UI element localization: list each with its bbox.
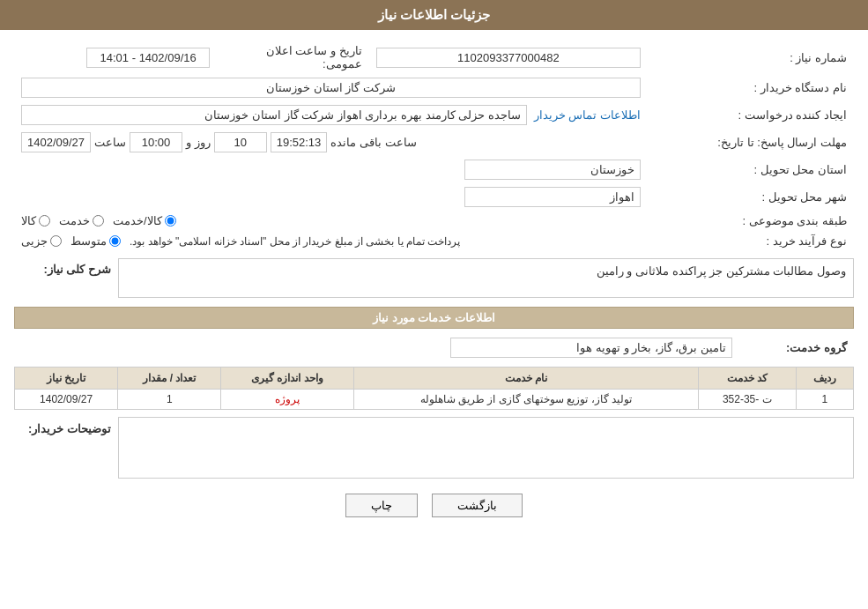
shomare-niaz-value: 1102093377000482	[376, 48, 641, 68]
now-farayand-label: نوع فرآیند خرید :	[648, 231, 854, 251]
khadamat-header: اطلاعات خدمات مورد نیاز	[14, 307, 854, 329]
table-row: 1ت -35-352تولید گاز، توزیع سوختهای گازی …	[15, 390, 854, 410]
radio-kala-khedmat[interactable]: کالا/خدمت	[113, 214, 176, 227]
page-header: جزئیات اطلاعات نیاز	[0, 0, 868, 30]
print-button[interactable]: چاپ	[345, 494, 418, 517]
radio-motevaset[interactable]: متوسط	[70, 234, 121, 248]
cell-tarikh: 1402/09/27	[15, 390, 118, 410]
col-tarikh: تاریخ نیاز	[15, 368, 118, 390]
tozihat-label: توضیحات خریدار:	[14, 417, 111, 435]
radio-kala[interactable]: کالا	[21, 214, 50, 227]
mohlat-mande: 19:52:13	[271, 132, 328, 152]
grooh-khedmat-value: تامین برق، گاز، بخار و تهویه هوا	[450, 338, 732, 358]
services-table: ردیف کد خدمت نام خدمت واحد اندازه گیری ت…	[14, 367, 854, 410]
col-tedad: تعداد / مقدار	[118, 368, 221, 390]
cell-kod: ت -35-352	[698, 390, 796, 410]
shomare-niaz-label: شماره نیاز :	[648, 41, 854, 74]
col-radif: ردیف	[796, 368, 853, 390]
ostan-label: استان محل تحویل :	[648, 156, 854, 183]
info-table: شماره نیاز : 1102093377000482 تاریخ و سا…	[14, 41, 854, 251]
cell-radif: 1	[796, 390, 853, 410]
shahr-value: اهواز	[464, 187, 641, 207]
col-nam: نام خدمت	[353, 368, 698, 390]
tabaghe-label: طبقه بندی موضوعی :	[648, 211, 854, 231]
tarikh-label: تاریخ و ساعت اعلان عمومی:	[266, 44, 362, 71]
page-title: جزئیات اطلاعات نیاز	[378, 7, 490, 22]
cell-nam: تولید گاز، توزیع سوختهای گازی از طریق شا…	[353, 390, 698, 410]
back-button[interactable]: بازگشت	[432, 494, 523, 517]
ijad-konande-value: ساجده حزلی کارمند بهره برداری اهواز شرکت…	[21, 105, 527, 125]
sharh-niaz-value: وصول مطالبات مشترکین جز پراکنده ملاثانی …	[118, 258, 854, 298]
nam-dastgah-value: شرکت گاز استان خوزستان	[21, 78, 641, 98]
mohlat-mande-label: ساعت باقی مانده	[330, 136, 416, 149]
grooh-khedmat-table: گروه خدمت: تامین برق، گاز، بخار و تهویه …	[14, 334, 854, 361]
now-farayand-desc: پرداخت تمام یا بخشی از مبلغ خریدار از مح…	[130, 235, 460, 248]
ijad-konande-label: ایجاد کننده درخواست :	[648, 101, 854, 129]
mohlat-date: 1402/09/27	[21, 132, 91, 152]
mohlat-label: مهلت ارسال پاسخ: تا تاریخ:	[648, 129, 854, 156]
tarikh-value: 1402/09/16 - 14:01	[86, 48, 210, 68]
shahr-label: شهر محل تحویل :	[648, 183, 854, 211]
sharh-niaz-label: شرح کلی نیاز:	[43, 263, 111, 276]
radio-jozei[interactable]: جزیی	[21, 234, 62, 248]
cell-tedad: 1	[118, 390, 221, 410]
buttons-row: بازگشت چاپ	[14, 494, 854, 517]
mohlat-roz: 10	[214, 132, 267, 152]
mohlat-saat-label: ساعت	[94, 136, 126, 149]
cell-vahed: پروژه	[221, 390, 353, 410]
tozihat-textarea[interactable]	[118, 417, 854, 479]
mohlat-roz-label: روز و	[186, 136, 211, 149]
nam-dastgah-label: نام دستگاه خریدار :	[648, 74, 854, 101]
radio-khedmat[interactable]: خدمت	[59, 214, 104, 227]
ostan-value: خوزستان	[464, 160, 641, 180]
mohlat-saat: 10:00	[130, 132, 182, 152]
grooh-khedmat-label: گروه خدمت:	[739, 334, 854, 361]
ijad-konande-link[interactable]: اطلاعات تماس خریدار	[534, 108, 641, 122]
col-vahed: واحد اندازه گیری	[221, 368, 353, 390]
col-kod: کد خدمت	[698, 368, 796, 390]
